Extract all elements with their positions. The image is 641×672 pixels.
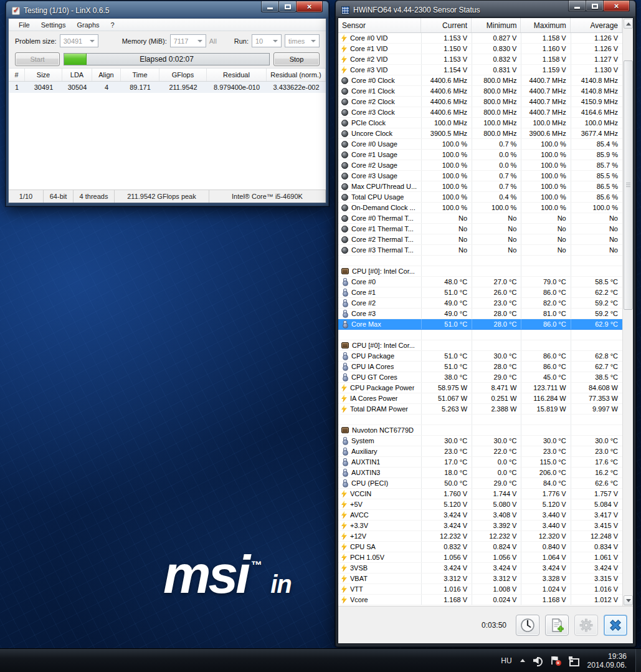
sensor-row[interactable]: AVCC3.424 V3.408 V3.440 V3.417 V bbox=[338, 510, 622, 521]
sensor-row[interactable]: Core #3 VID1.154 V0.831 V1.159 V1.130 V bbox=[338, 65, 622, 75]
sensor-row[interactable]: Max CPU/Thread U...100.0 %0.7 %100.0 %86… bbox=[338, 181, 622, 192]
vertical-scrollbar[interactable] bbox=[622, 18, 633, 606]
result-row[interactable]: 13049130504489.171211.95428.979400e-0103… bbox=[9, 82, 326, 93]
sensor-row[interactable]: Core #151.0 °C26.0 °C86.0 °C62.2 °C bbox=[338, 287, 622, 298]
network-icon[interactable] bbox=[569, 656, 579, 665]
column-header[interactable]: GFlops bbox=[159, 69, 207, 81]
column-header-average[interactable]: Average bbox=[571, 18, 622, 32]
column-header[interactable]: Align bbox=[92, 69, 121, 81]
problem-size-combo[interactable]: 30491 bbox=[60, 34, 98, 47]
sensor-row[interactable]: Core #0 Usage100.0 %0.7 %100.0 %85.4 % bbox=[338, 139, 622, 150]
sensor-row[interactable]: Core #0 Clock4400.6 MHz800.0 MHz4400.7 M… bbox=[338, 75, 622, 86]
maximize-button[interactable] bbox=[278, 1, 297, 12]
sensor-row[interactable]: AUXTIN117.0 °C0.0 °C115.0 °C17.6 °C bbox=[338, 457, 622, 468]
sensor-row[interactable]: VBAT3.312 V3.312 V3.328 V3.315 V bbox=[338, 574, 622, 584]
sensor-row[interactable]: Core #3 Usage100.0 %0.7 %100.0 %85.5 % bbox=[338, 171, 622, 181]
sensor-row[interactable]: CPU (PECI)50.0 °C29.0 °C84.0 °C62.6 °C bbox=[338, 478, 622, 489]
sensor-row[interactable]: +3.3V3.424 V3.392 V3.440 V3.415 V bbox=[338, 521, 622, 531]
reset-clock-button[interactable] bbox=[516, 615, 539, 636]
linx-titlebar[interactable]: Testing (1/10) - LinX 0.6.5 × bbox=[8, 3, 326, 18]
column-header-current[interactable]: Current bbox=[421, 18, 472, 32]
run-combo[interactable]: 10 bbox=[252, 34, 282, 47]
sensor-row[interactable]: Core #1 Clock4400.6 MHz800.0 MHz4400.7 M… bbox=[338, 86, 622, 97]
settings-button[interactable] bbox=[574, 615, 598, 636]
sensor-row[interactable]: Core #0 Thermal T...NoNoNoNo bbox=[338, 213, 622, 224]
hwinfo-titlebar[interactable]: HWiNFO64 v4.44-2300 Sensor Status × bbox=[338, 2, 634, 17]
menu-item-graphs[interactable]: Graphs bbox=[72, 20, 104, 30]
menu-item-[interactable]: ? bbox=[106, 20, 120, 30]
maximize-button[interactable] bbox=[586, 1, 604, 12]
sensor-row[interactable]: Core #3 Clock4400.6 MHz800.0 MHz4400.7 M… bbox=[338, 107, 622, 118]
scrollbar-thumb[interactable] bbox=[624, 60, 633, 310]
sensor-row[interactable]: CPU Package51.0 °C30.0 °C86.0 °C62.8 °C bbox=[338, 351, 622, 362]
sensor-value: 1.016 V bbox=[571, 584, 622, 594]
times-combo[interactable]: times bbox=[285, 34, 320, 47]
column-header[interactable]: Residual (norm.) bbox=[267, 69, 326, 81]
column-header[interactable]: Size bbox=[25, 69, 62, 81]
stop-button[interactable]: Stop bbox=[273, 52, 320, 66]
sensor-row[interactable]: CPU IA Cores51.0 °C28.0 °C86.0 °C62.7 °C bbox=[338, 362, 622, 372]
sensor-row[interactable]: +12V12.232 V12.232 V12.320 V12.248 V bbox=[338, 531, 622, 542]
sensor-row[interactable]: CPU Package Power58.975 W8.471 W123.711 … bbox=[338, 383, 622, 393]
sensor-row[interactable]: On-Demand Clock ...100.0 %100.0 %100.0 %… bbox=[338, 203, 622, 213]
sensor-row[interactable]: PCH 1.05V1.056 V1.056 V1.064 V1.061 V bbox=[338, 552, 622, 563]
sensor-row[interactable]: Core #3 Thermal T...NoNoNoNo bbox=[338, 245, 622, 256]
sensor-row[interactable]: AUXTIN318.0 °C0.0 °C206.0 °C16.2 °C bbox=[338, 468, 622, 478]
minimize-button[interactable] bbox=[261, 1, 279, 12]
sensor-row[interactable]: Auxiliary23.0 °C22.0 °C23.0 °C23.0 °C bbox=[338, 446, 622, 457]
column-header-maximum[interactable]: Maximum bbox=[521, 18, 570, 32]
sensor-row[interactable]: +5V5.120 V5.080 V5.120 V5.084 V bbox=[338, 499, 622, 510]
sensor-row[interactable]: Total CPU Usage100.0 %0.4 %100.0 %85.6 % bbox=[338, 192, 622, 203]
sensor-row[interactable]: Core #1 Thermal T...NoNoNoNo bbox=[338, 224, 622, 234]
close-button[interactable]: × bbox=[603, 1, 630, 12]
taskbar-clock[interactable]: 19:36 2014.09.06. bbox=[587, 652, 629, 670]
menu-item-settings[interactable]: Settings bbox=[36, 20, 71, 30]
exit-button[interactable] bbox=[604, 615, 627, 636]
minimize-button[interactable] bbox=[568, 1, 586, 12]
sensor-row[interactable]: CPU GT Cores38.0 °C29.0 °C45.0 °C38.5 °C bbox=[338, 372, 622, 383]
sensor-group-row[interactable]: CPU [#0]: Intel Cor... bbox=[338, 340, 622, 351]
show-desktop-button[interactable] bbox=[635, 649, 641, 672]
sensor-row[interactable]: 3VSB3.424 V3.424 V3.424 V3.424 V bbox=[338, 563, 622, 574]
start-button[interactable]: Start bbox=[15, 52, 60, 66]
sensor-row[interactable]: Core #249.0 °C23.0 °C82.0 °C59.2 °C bbox=[338, 298, 622, 309]
sensor-row[interactable]: VTT1.016 V1.008 V1.024 V1.016 V bbox=[338, 584, 622, 595]
column-header[interactable]: Residual bbox=[207, 69, 267, 81]
sensor-group-row[interactable]: CPU [#0]: Intel Cor... bbox=[338, 266, 622, 277]
menu-item-file[interactable]: File bbox=[14, 20, 35, 30]
taskbar[interactable]: HU × 19:36 2014.09.06. bbox=[0, 648, 641, 672]
column-header[interactable]: Time bbox=[121, 69, 159, 81]
volume-icon[interactable] bbox=[533, 656, 543, 665]
show-hidden-icons-button[interactable] bbox=[520, 659, 525, 662]
action-center-flag-icon[interactable]: × bbox=[551, 656, 561, 665]
column-header-minimum[interactable]: Minimum bbox=[472, 18, 521, 32]
sensor-row[interactable]: Core #0 VID1.153 V0.827 V1.158 V1.126 V bbox=[338, 33, 622, 44]
sensor-row[interactable]: Core #048.0 °C27.0 °C79.0 °C58.5 °C bbox=[338, 277, 622, 287]
sensor-row[interactable]: Total DRAM Power5.263 W2.388 W15.819 W9.… bbox=[338, 404, 622, 415]
sensor-row[interactable]: Uncore Clock3900.5 MHz800.0 MHz3900.6 MH… bbox=[338, 128, 622, 139]
sensor-row[interactable]: Core #2 Clock4400.6 MHz800.0 MHz4400.7 M… bbox=[338, 97, 622, 107]
sensor-row[interactable]: VCCIN1.760 V1.744 V1.776 V1.757 V bbox=[338, 489, 622, 499]
sensor-row[interactable]: Core #1 Usage100.0 %0.0 %100.0 %85.9 % bbox=[338, 150, 622, 160]
sensor-row[interactable]: Vcore1.168 V0.024 V1.168 V1.012 V bbox=[338, 595, 622, 605]
sensor-row[interactable]: Core #2 Usage100.0 %0.0 %100.0 %85.7 % bbox=[338, 160, 622, 171]
sensor-row[interactable]: IA Cores Power51.067 W0.251 W116.284 W77… bbox=[338, 393, 622, 404]
column-header[interactable]: LDA bbox=[62, 69, 92, 81]
column-header-sensor[interactable]: Sensor bbox=[338, 18, 421, 32]
scroll-up-button[interactable] bbox=[624, 19, 633, 29]
scroll-down-button[interactable] bbox=[624, 595, 633, 605]
column-header[interactable]: # bbox=[9, 69, 25, 81]
sensor-row[interactable]: Core #1 VID1.150 V0.830 V1.160 V1.126 V bbox=[338, 44, 622, 54]
close-button[interactable]: × bbox=[296, 1, 323, 12]
language-indicator[interactable]: HU bbox=[501, 656, 511, 665]
sensor-row[interactable]: System30.0 °C30.0 °C30.0 °C30.0 °C bbox=[338, 436, 622, 446]
logging-button[interactable] bbox=[545, 615, 569, 636]
memory-combo[interactable]: 7117 bbox=[170, 34, 206, 47]
sensor-row[interactable]: CPU SA0.832 V0.824 V0.840 V0.834 V bbox=[338, 542, 622, 552]
sensor-row[interactable]: Core #2 Thermal T...NoNoNoNo bbox=[338, 234, 622, 245]
sensor-group-row[interactable]: Nuvoton NCT6779D bbox=[338, 425, 622, 436]
sensor-row[interactable]: Core #2 VID1.153 V0.832 V1.158 V1.127 V bbox=[338, 54, 622, 65]
sensor-row[interactable]: Core Max51.0 °C28.0 °C86.0 °C62.9 °C bbox=[338, 319, 622, 330]
sensor-row[interactable]: Core #349.0 °C28.0 °C81.0 °C59.2 °C bbox=[338, 309, 622, 319]
sensor-row[interactable]: PCIe Clock100.0 MHz100.0 MHz100.0 MHz100… bbox=[338, 118, 622, 128]
